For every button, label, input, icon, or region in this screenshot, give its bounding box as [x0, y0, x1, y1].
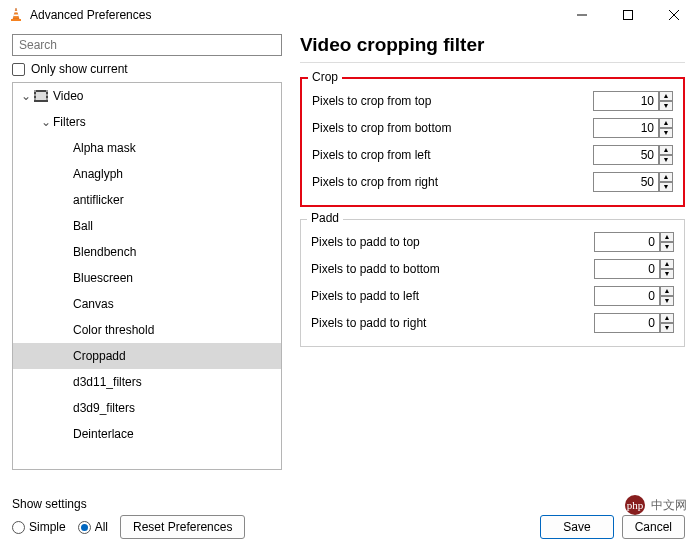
- radio-simple-label: Simple: [29, 520, 66, 534]
- radio-all-label: All: [95, 520, 108, 534]
- radio-simple[interactable]: [12, 521, 25, 534]
- svg-rect-5: [624, 11, 633, 20]
- titlebar: Advanced Preferences: [0, 0, 697, 30]
- tree-item-label: Blendbench: [73, 245, 136, 259]
- spin-down-button[interactable]: ▼: [660, 242, 674, 252]
- tree-item[interactable]: antiflicker: [13, 187, 281, 213]
- watermark-logo-icon: php: [625, 495, 645, 515]
- padd-input[interactable]: [594, 286, 660, 306]
- search-input[interactable]: [12, 34, 282, 56]
- tree-item-label: Anaglyph: [73, 167, 123, 181]
- svg-rect-14: [46, 94, 48, 96]
- tree-item-label: d3d11_filters: [73, 375, 142, 389]
- group-legend: Crop: [308, 70, 342, 84]
- svg-rect-2: [14, 11, 18, 12]
- svg-rect-15: [46, 98, 48, 100]
- padd-row: Pixels to padd to right▲▼: [311, 309, 674, 336]
- preferences-tree[interactable]: ⌄ Video ⌄ Filters Alpha maskAnaglyphanti…: [12, 82, 282, 470]
- maximize-button[interactable]: [605, 0, 651, 30]
- svg-rect-10: [34, 90, 36, 92]
- cancel-button[interactable]: Cancel: [622, 515, 685, 539]
- crop-input[interactable]: [593, 145, 659, 165]
- tree-item[interactable]: Canvas: [13, 291, 281, 317]
- spin-down-button[interactable]: ▼: [660, 296, 674, 306]
- tree-item-video[interactable]: ⌄ Video: [13, 83, 281, 109]
- tree-item[interactable]: Blendbench: [13, 239, 281, 265]
- spin-down-button[interactable]: ▼: [659, 101, 673, 111]
- tree-item-label: Alpha mask: [73, 141, 136, 155]
- svg-rect-1: [11, 19, 21, 21]
- tree-item[interactable]: Anaglyph: [13, 161, 281, 187]
- tree-item[interactable]: Alpha mask: [13, 135, 281, 161]
- tree-item[interactable]: Deinterlace: [13, 421, 281, 447]
- crop-input[interactable]: [593, 172, 659, 192]
- padd-input[interactable]: [594, 313, 660, 333]
- close-button[interactable]: [651, 0, 697, 30]
- spin-up-button[interactable]: ▲: [660, 313, 674, 323]
- spin-down-button[interactable]: ▼: [659, 182, 673, 192]
- crop-row: Pixels to crop from bottom▲▼: [312, 114, 673, 141]
- crop-row: Pixels to crop from left▲▼: [312, 141, 673, 168]
- spin-up-button[interactable]: ▲: [660, 259, 674, 269]
- save-button[interactable]: Save: [540, 515, 613, 539]
- tree-item[interactable]: Croppadd: [13, 343, 281, 369]
- tree-item-filters[interactable]: ⌄ Filters: [13, 109, 281, 135]
- padd-input[interactable]: [594, 259, 660, 279]
- tree-item-label: antiflicker: [73, 193, 124, 207]
- tree-item-label: Croppadd: [73, 349, 126, 363]
- spin-up-button[interactable]: ▲: [660, 232, 674, 242]
- tree-item[interactable]: Color threshold: [13, 317, 281, 343]
- crop-input[interactable]: [593, 91, 659, 111]
- svg-rect-11: [34, 94, 36, 96]
- field-label: Pixels to crop from left: [312, 148, 593, 162]
- padd-row: Pixels to padd to left▲▼: [311, 282, 674, 309]
- field-label: Pixels to padd to bottom: [311, 262, 594, 276]
- spin-up-button[interactable]: ▲: [659, 145, 673, 155]
- tree-item[interactable]: Ball: [13, 213, 281, 239]
- crop-input[interactable]: [593, 118, 659, 138]
- svg-marker-0: [13, 8, 19, 19]
- field-label: Pixels to padd to left: [311, 289, 594, 303]
- tree-item[interactable]: Bluescreen: [13, 265, 281, 291]
- film-icon: [33, 89, 49, 103]
- group-legend: Padd: [307, 211, 343, 225]
- padd-input[interactable]: [594, 232, 660, 252]
- crop-group: Crop Pixels to crop from top▲▼Pixels to …: [300, 77, 685, 207]
- padd-row: Pixels to padd to top▲▼: [311, 228, 674, 255]
- watermark-text: 中文网: [651, 497, 687, 514]
- field-label: Pixels to crop from bottom: [312, 121, 593, 135]
- chevron-down-icon: ⌄: [19, 89, 33, 103]
- tree-item-label: Canvas: [73, 297, 114, 311]
- spin-up-button[interactable]: ▲: [659, 172, 673, 182]
- window-title: Advanced Preferences: [30, 8, 151, 22]
- svg-rect-13: [46, 90, 48, 92]
- minimize-button[interactable]: [559, 0, 605, 30]
- tree-item-label: Deinterlace: [73, 427, 134, 441]
- spin-up-button[interactable]: ▲: [659, 91, 673, 101]
- svg-rect-9: [36, 92, 46, 100]
- crop-row: Pixels to crop from right▲▼: [312, 168, 673, 195]
- show-settings-label: Show settings: [12, 497, 245, 511]
- reset-preferences-button[interactable]: Reset Preferences: [120, 515, 245, 539]
- spin-up-button[interactable]: ▲: [660, 286, 674, 296]
- tree-item-label: d3d9_filters: [73, 401, 135, 415]
- field-label: Pixels to crop from right: [312, 175, 593, 189]
- tree-item[interactable]: d3d11_filters: [13, 369, 281, 395]
- spin-down-button[interactable]: ▼: [660, 323, 674, 333]
- only-show-current-checkbox[interactable]: [12, 63, 25, 76]
- tree-item-label: Bluescreen: [73, 271, 133, 285]
- radio-all[interactable]: [78, 521, 91, 534]
- svg-rect-3: [13, 15, 18, 17]
- tree-item[interactable]: d3d9_filters: [13, 395, 281, 421]
- spin-down-button[interactable]: ▼: [659, 128, 673, 138]
- vlc-cone-icon: [8, 7, 24, 23]
- tree-item-label: Ball: [73, 219, 93, 233]
- watermark: php 中文网: [625, 495, 687, 515]
- padd-group: Padd Pixels to padd to top▲▼Pixels to pa…: [300, 219, 685, 347]
- tree-item-label: Color threshold: [73, 323, 154, 337]
- spin-down-button[interactable]: ▼: [660, 269, 674, 279]
- tree-item-label: Video: [53, 89, 83, 103]
- page-title: Video cropping filter: [300, 34, 685, 56]
- spin-down-button[interactable]: ▼: [659, 155, 673, 165]
- spin-up-button[interactable]: ▲: [659, 118, 673, 128]
